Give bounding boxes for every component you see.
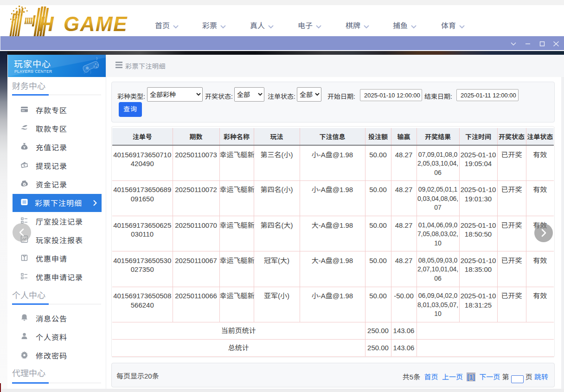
svg-text:H GAME: H GAME bbox=[39, 13, 128, 35]
